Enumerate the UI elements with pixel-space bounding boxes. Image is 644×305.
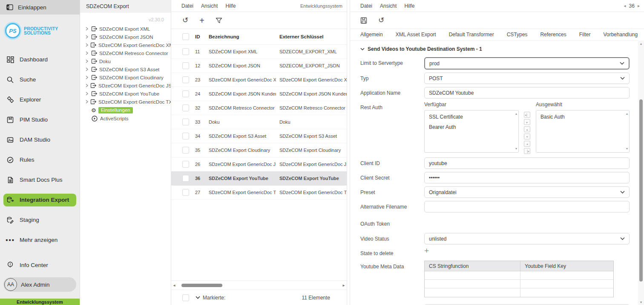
chevron-right-icon[interactable]: [86, 84, 88, 87]
menu-datei[interactable]: Datei: [181, 3, 193, 9]
sidebar-item-mehr-anzeigen[interactable]: ••• Mehr anzeigen: [6, 234, 74, 247]
row-checkbox[interactable]: [182, 48, 189, 55]
row-checkbox[interactable]: [182, 105, 189, 111]
refresh-button[interactable]: ↺: [378, 17, 384, 24]
chevron-right-icon[interactable]: [86, 27, 89, 31]
tree-item[interactable]: SDZeCOM Export XML: [86, 25, 171, 33]
tab-allgemein[interactable]: Allgemein: [360, 29, 383, 41]
sidebar-item-pim-studio[interactable]: PIM Studio: [6, 113, 74, 126]
chevron-right-icon[interactable]: [86, 100, 88, 104]
chevron-right-icon[interactable]: [86, 67, 89, 71]
table-row[interactable]: 26 SDzeCOM Export GenericDoc JSON SDzeCO…: [171, 157, 347, 171]
table-row[interactable]: 27 SDzeCOM Export GenericDoc TXT SDzeCOM…: [171, 186, 347, 200]
sidebar-item-dashboard[interactable]: Dashboard: [6, 53, 74, 66]
refresh-button[interactable]: ↺: [182, 17, 188, 24]
list-option[interactable]: SSL Certificate: [429, 113, 512, 123]
chevron-right-icon[interactable]: [86, 43, 88, 47]
select-all-checkbox[interactable]: [182, 33, 189, 40]
collapse-sidebar-button[interactable]: Einklappen: [0, 0, 80, 15]
scrollbar-thumb[interactable]: [639, 99, 643, 282]
tab-filter[interactable]: Filter: [579, 29, 591, 41]
table-row[interactable]: 33 Doku Doku: [171, 115, 347, 129]
chevron-right-icon[interactable]: [86, 76, 89, 79]
row-checkbox[interactable]: [182, 189, 189, 196]
sidebar-item-suche[interactable]: Suche: [6, 73, 74, 86]
tab-default-transformer[interactable]: Default Transformer: [449, 29, 494, 41]
table-row[interactable]: 11 SDZeCOM Export XML SDZECOM_EXPORT_XML: [171, 45, 347, 59]
row-checkbox[interactable]: [182, 161, 189, 168]
tab-references[interactable]: References: [540, 29, 566, 41]
tree-item[interactable]: Doku: [86, 57, 171, 65]
menu-datei[interactable]: Datei: [360, 3, 372, 9]
section-toggle[interactable]: Send Videos to Youtube Destination Syste…: [360, 46, 630, 52]
add-state-button[interactable]: +: [424, 245, 429, 255]
meta-table-row[interactable]: [425, 280, 613, 288]
tab-cstypes[interactable]: CSTypes: [507, 29, 528, 41]
tree-item[interactable]: SDzeCOM Export GenericDoc XML: [86, 41, 171, 49]
row-checkbox[interactable]: [182, 133, 189, 139]
filter-button[interactable]: [216, 17, 222, 23]
marked-toggle[interactable]: Markierte:: [196, 295, 225, 301]
scroll-down-icon[interactable]: ▾: [626, 147, 628, 151]
user-menu[interactable]: AA Alex Admin: [3, 277, 76, 292]
tree-item[interactable]: SDZeCOM Export S3 Asset: [86, 65, 171, 73]
sidebar-item-rules[interactable]: Rules: [6, 154, 74, 166]
scroll-down-icon[interactable]: ▾: [515, 147, 517, 151]
next-record-button[interactable]: ▸: [638, 3, 640, 8]
client-secret-input[interactable]: [424, 172, 630, 183]
typ-select[interactable]: POST: [424, 73, 630, 84]
scroll-up-icon[interactable]: ▴: [626, 112, 628, 116]
scroll-up-icon[interactable]: ▴: [638, 42, 644, 46]
list-option[interactable]: Bearer Auth: [429, 123, 512, 134]
tab-xml-asset-export[interactable]: XML Asset Export: [396, 29, 436, 41]
sidebar-item-explorer[interactable]: Explorer: [6, 93, 74, 106]
chevron-right-icon[interactable]: [86, 51, 89, 55]
sidebar-item-info-center[interactable]: Info Center: [6, 259, 74, 271]
horizontal-scrollbar[interactable]: ◂ ▸: [171, 280, 347, 290]
tree-item[interactable]: SDZeCOM Export JSON: [86, 33, 171, 41]
video-status-select[interactable]: unlisted: [424, 233, 630, 244]
list-option[interactable]: Basic Auth: [540, 113, 623, 123]
prev-record-button[interactable]: ◂: [624, 3, 626, 8]
scroll-down-icon[interactable]: ▾: [638, 300, 644, 304]
table-row[interactable]: 12 SDZeCOM Export JSON SDZECOM_EXPORT_JS…: [171, 59, 347, 73]
client-id-input[interactable]: [424, 157, 630, 169]
meta-table-row[interactable]: [425, 271, 613, 280]
row-checkbox[interactable]: [182, 119, 189, 125]
table-row[interactable]: 34 SDZeCOM Export S3 Asset SDZeCOM Expor…: [171, 129, 347, 143]
move-right-button[interactable]: ▸: [524, 119, 530, 125]
servertype-select[interactable]: prod: [424, 57, 630, 70]
table-row[interactable]: 23 SDzeCOM Export GenericDoc XML SDzeCOM…: [171, 73, 347, 87]
sidebar-item-integration-export[interactable]: Integration Export: [3, 194, 76, 206]
tree-item[interactable]: SDzeCOM Export GenericDoc JSON: [86, 81, 171, 90]
menu-hilfe[interactable]: Hilfe: [404, 3, 414, 9]
chevron-right-icon[interactable]: [86, 92, 89, 96]
move-all-right-button[interactable]: ▸▏: [524, 112, 530, 118]
meta-table-row[interactable]: [425, 288, 613, 297]
move-up-button[interactable]: ▴: [524, 126, 530, 132]
alternative-filename-input[interactable]: [424, 201, 630, 212]
save-button[interactable]: [360, 17, 367, 24]
row-checkbox[interactable]: [182, 175, 189, 182]
chevron-right-icon[interactable]: [86, 35, 89, 39]
row-checkbox[interactable]: [182, 147, 189, 154]
row-checkbox[interactable]: [182, 76, 189, 83]
tree-item-activescripts[interactable]: ActiveScripts: [92, 114, 171, 123]
row-checkbox[interactable]: [182, 90, 189, 97]
menu-hilfe[interactable]: Hilfe: [225, 3, 236, 9]
scroll-up-icon[interactable]: ▴: [515, 112, 517, 116]
footer-checkbox[interactable]: [182, 294, 189, 301]
move-left-button[interactable]: ◂: [524, 141, 530, 147]
tree-item[interactable]: SDZeCOM Retresco Connector: [86, 49, 171, 57]
application-name-input[interactable]: [424, 87, 630, 99]
tab-vorbehandlung[interactable]: Vorbehandlung: [603, 29, 638, 41]
tree-item[interactable]: SDZeCOM Export YouTube: [86, 90, 171, 98]
available-listbox[interactable]: SSL Certificate Bearer Auth ▴ ▾: [424, 110, 519, 153]
move-all-left-button[interactable]: ▕◂: [524, 148, 530, 154]
table-row[interactable]: 35 SDZeCOM Export Cloudinary SDZeCOM Exp…: [171, 143, 347, 157]
sidebar-item-staging[interactable]: Staging: [6, 214, 74, 227]
scroll-right-icon[interactable]: ▸: [341, 283, 347, 288]
move-down-button[interactable]: ▾: [524, 134, 530, 139]
table-row[interactable]: 24 SDZeCOM Export JSON Kundenliste SDZeC…: [171, 87, 347, 101]
scroll-left-icon[interactable]: ◂: [171, 283, 177, 288]
